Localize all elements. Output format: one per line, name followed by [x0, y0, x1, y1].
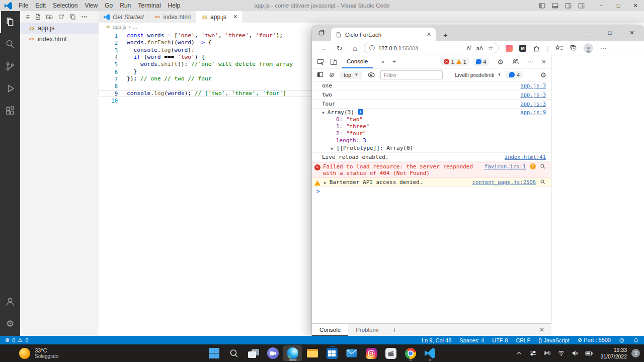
source-link[interactable]: favicon.ico:1: [485, 163, 526, 170]
more-tabs-icon[interactable]: »: [381, 58, 384, 65]
battery-icon[interactable]: [582, 350, 596, 356]
issue-icon[interactable]: !: [530, 163, 536, 169]
taskbar-chat-icon[interactable]: [264, 345, 282, 361]
menu-edit[interactable]: Edit: [32, 2, 49, 9]
array-property[interactable]: 1: "three": [312, 123, 551, 130]
tab-get-started[interactable]: Get Started: [99, 11, 149, 23]
context-selector[interactable]: top▼: [340, 71, 362, 79]
devtools-settings-icon[interactable]: ⚙: [497, 58, 504, 65]
tab-close-icon[interactable]: ✕: [427, 31, 431, 38]
favorites-list-icon[interactable]: [555, 45, 563, 51]
read-aloud-icon[interactable]: A): [466, 45, 471, 51]
problems-status[interactable]: ⊗0 ⚠0: [5, 337, 28, 343]
taskbar-store-icon[interactable]: [323, 345, 341, 361]
tab-actions-icon[interactable]: [318, 29, 325, 36]
layout-secondary-sidebar-icon[interactable]: [565, 3, 572, 9]
layout-panel-icon[interactable]: [552, 3, 558, 9]
source-link[interactable]: content_page.js:2506: [472, 179, 536, 186]
status-crlf[interactable]: CRLF: [516, 337, 530, 343]
search-icon[interactable]: [0, 33, 20, 55]
status-spaces-4[interactable]: Spaces: 4: [459, 337, 484, 343]
taskbar-file-explorer-icon[interactable]: [303, 345, 321, 361]
drawer-tab-console[interactable]: Console: [312, 324, 348, 336]
account-icon[interactable]: [0, 291, 20, 313]
expand-icon[interactable]: ▶: [324, 179, 327, 186]
favorites-star-icon[interactable]: ☆: [488, 45, 493, 51]
run-debug-icon[interactable]: [0, 77, 20, 100]
live-expression-eye-icon[interactable]: [367, 72, 375, 78]
extensions-puzzle-icon[interactable]: [533, 44, 540, 52]
extension-icon[interactable]: [506, 45, 513, 52]
devtools-more-icon[interactable]: ⋯: [527, 58, 533, 65]
notification-count-badge[interactable]: 3: [631, 349, 640, 357]
prototype-row[interactable]: ▶[[Prototype]]: Array(0): [312, 144, 551, 153]
search-similar-icon[interactable]: [540, 179, 546, 185]
weather-widget[interactable]: 33°C Soleggiato: [19, 347, 58, 359]
inspect-element-icon[interactable]: [316, 58, 325, 66]
notifications-bell-icon[interactable]: [633, 337, 639, 343]
refresh-icon[interactable]: [58, 14, 64, 20]
status--javascript[interactable]: {} JavaScript: [538, 337, 570, 343]
clear-console-icon[interactable]: ⊘: [329, 71, 335, 78]
back-button[interactable]: ←: [316, 44, 332, 52]
expand-icon[interactable]: ▶: [331, 145, 334, 152]
taskbar-chrome-icon[interactable]: [401, 345, 420, 361]
devtools-close-icon[interactable]: ✕: [541, 58, 546, 65]
drawer-tab-problemi[interactable]: Problemi: [348, 324, 386, 336]
taskbar-instagram-icon[interactable]: [362, 345, 380, 361]
taskbar-task-view-icon[interactable]: [244, 345, 263, 361]
console-row-array[interactable]: ▼Array(3)iapp.js:9: [312, 109, 551, 116]
browser-tab[interactable]: Ciclo ForEach ✕: [331, 28, 436, 41]
menu-file[interactable]: File: [15, 2, 32, 9]
explorer-icon[interactable]: [0, 11, 20, 33]
status-utf-8[interactable]: UTF-8: [492, 337, 508, 343]
array-property[interactable]: length: 3: [312, 137, 551, 144]
menu-go[interactable]: Go: [101, 2, 116, 9]
taskbar-edge-icon[interactable]: [283, 345, 302, 361]
edge-minimize-button[interactable]: −: [577, 25, 599, 40]
file-app.js[interactable]: JSapp.js: [20, 23, 99, 34]
minimize-button[interactable]: −: [593, 0, 610, 11]
source-link[interactable]: index.html:41: [505, 154, 546, 160]
volume-mute-icon[interactable]: [568, 350, 582, 356]
taskbar-clipchamp-icon[interactable]: [381, 345, 400, 361]
status-ln-9-col-48[interactable]: Ln 9, Col 48: [422, 337, 451, 343]
settings-icon[interactable]: ⚙: [0, 313, 20, 335]
layout-customize-icon[interactable]: [578, 3, 585, 9]
device-toolbar-icon[interactable]: [330, 58, 338, 66]
menu-terminal[interactable]: Terminal: [134, 2, 164, 9]
new-file-icon[interactable]: [35, 14, 41, 20]
home-button[interactable]: ⌂: [347, 44, 363, 52]
console-filter-input[interactable]: [380, 70, 443, 79]
console-row-log[interactable]: oneapp.js:3: [312, 81, 551, 90]
clock[interactable]: 19:33 31/07/2022: [600, 347, 627, 359]
messages-badge[interactable]: 4: [473, 58, 490, 66]
console-settings-icon[interactable]: ⚙: [540, 71, 546, 78]
search-similar-icon[interactable]: [540, 163, 546, 169]
collapse-folders-icon[interactable]: [69, 14, 76, 20]
taskbar-vscode-icon[interactable]: [421, 345, 439, 361]
layout-sidebar-icon[interactable]: [539, 3, 545, 9]
wifi-icon[interactable]: [554, 350, 568, 356]
chevron-up-icon[interactable]: [512, 350, 526, 356]
new-tab-button[interactable]: +: [443, 32, 448, 39]
issues-badge[interactable]: ✕1 1: [441, 58, 469, 66]
taskbar-mail-icon[interactable]: [342, 345, 361, 361]
new-folder-icon[interactable]: [46, 14, 53, 20]
translate-icon[interactable]: aA: [476, 45, 483, 51]
array-property[interactable]: 0: "two": [312, 116, 551, 123]
console-messages-badge[interactable]: 4: [506, 71, 523, 79]
source-link[interactable]: app.js:9: [520, 109, 546, 116]
console-row-warning[interactable]: ▶Bartender API access denied.content_pag…: [312, 178, 551, 187]
profile-avatar[interactable]: [584, 43, 593, 53]
feedback-icon[interactable]: [619, 337, 625, 343]
settings-more-icon[interactable]: ⋯: [600, 44, 606, 52]
console-prompt[interactable]: >: [312, 187, 551, 196]
collapse-icon[interactable]: ▼: [322, 110, 325, 116]
devtools-tab-console[interactable]: Console: [342, 55, 373, 68]
taskbar-search-icon[interactable]: [224, 345, 243, 361]
status-live-server-port[interactable]: ⊘ Port : 5500: [578, 337, 611, 343]
console-row-log[interactable]: twoapp.js:3: [312, 90, 551, 100]
sliders-icon[interactable]: [526, 349, 540, 357]
address-bar[interactable]: ⓘ 127.0.0.1:5500/i... A) aA ☆: [364, 43, 499, 53]
